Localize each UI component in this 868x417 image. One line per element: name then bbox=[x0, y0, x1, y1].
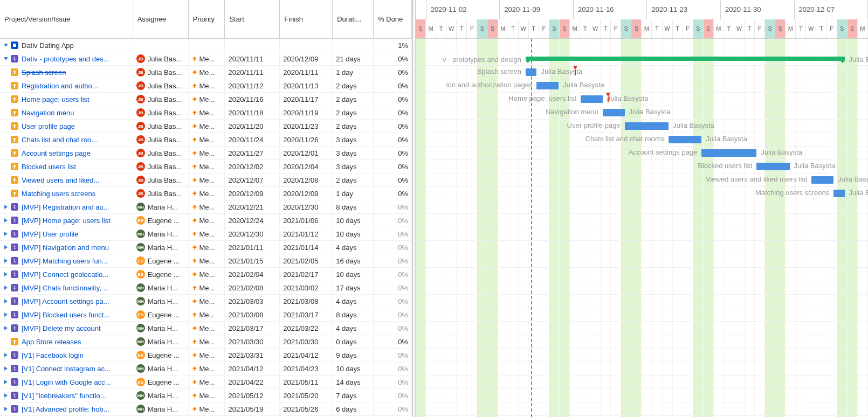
timeline-row[interactable]: Account settings pageJulia Basysta bbox=[416, 147, 868, 160]
timeline-row[interactable]: Splash screenJulia Basysta bbox=[416, 66, 868, 79]
grid-row[interactable]: [MVP] Registration and au... MHMaria H..… bbox=[0, 200, 412, 214]
issue-title[interactable]: Dativ Dating App bbox=[22, 41, 74, 50]
issue-title[interactable]: [MVP] Chats functionality, ... bbox=[22, 284, 109, 292]
timeline-row[interactable] bbox=[416, 349, 868, 362]
timeline-row[interactable] bbox=[416, 376, 868, 389]
issue-title[interactable]: [MVP] Delete my account bbox=[22, 324, 101, 332]
timeline-week-cell[interactable]: 2020-12-07 bbox=[795, 0, 868, 19]
tree-toggle-icon[interactable] bbox=[3, 258, 9, 263]
grid-row[interactable]: Registration and autho... JBJulia Bas...… bbox=[0, 79, 412, 93]
grid-row[interactable]: Matching users screens JBJulia Bas... Me… bbox=[0, 187, 412, 200]
issue-title[interactable]: [MVP] Blocked users funct... bbox=[22, 311, 109, 319]
timeline-row[interactable] bbox=[416, 308, 868, 322]
gantt-task-bar[interactable]: User profile pageJulia Basysta bbox=[625, 122, 669, 130]
grid-row[interactable]: [MVP] Chats functionality, ... MHMaria H… bbox=[0, 281, 412, 295]
grid-row[interactable]: [V1] "Icebreakers" functio... MHMaria H.… bbox=[0, 389, 412, 402]
grid-row[interactable]: [MVP] User profile MHMaria H... Me... 20… bbox=[0, 227, 412, 241]
issue-title[interactable]: Home page: users list bbox=[22, 95, 89, 103]
grid-row[interactable]: [MVP] Account settings pa... MHMaria H..… bbox=[0, 295, 412, 308]
timeline-row[interactable] bbox=[416, 295, 868, 308]
col-header-issue[interactable]: Project/Version/Issue bbox=[0, 0, 133, 38]
issue-title[interactable]: [MVP] Matching users fun... bbox=[22, 257, 108, 265]
timeline-week-cell[interactable]: 2020-11-30 bbox=[721, 0, 795, 19]
issue-title[interactable]: [MVP] Registration and au... bbox=[22, 203, 109, 211]
grid-row[interactable]: Splash screen JBJulia Bas... Me... 2020/… bbox=[0, 66, 412, 79]
gantt-task-bar[interactable]: ion and authorization pagesJulia Basysta bbox=[536, 82, 559, 89]
issue-title[interactable]: Navigation menu bbox=[22, 109, 74, 117]
issue-title[interactable]: [MVP] Account settings pa... bbox=[22, 297, 109, 305]
gantt-task-bar[interactable]: Blocked users listJulia Basysta bbox=[756, 163, 789, 170]
grid-row[interactable]: [MVP] Blocked users funct... ESEugene ..… bbox=[0, 308, 412, 322]
grid-row[interactable]: [MVP] Matching users fun... ESEugene ...… bbox=[0, 254, 412, 268]
issue-title[interactable]: Splash screen bbox=[22, 68, 66, 77]
tree-toggle-icon[interactable] bbox=[3, 312, 9, 317]
grid-row[interactable]: [MVP] Navigation and menu MHMaria H... M… bbox=[0, 241, 412, 254]
tree-toggle-icon[interactable] bbox=[3, 231, 9, 237]
issue-title[interactable]: Account settings page bbox=[22, 149, 91, 157]
timeline-row[interactable]: Viewed users and liked users listJulia B… bbox=[416, 173, 868, 187]
timeline-body[interactable]: v - prototypes and designJulia BasystaSp… bbox=[416, 39, 868, 417]
grid-row[interactable]: [V1] Advanced profile: hob... MHMaria H.… bbox=[0, 402, 412, 416]
issue-title[interactable]: [V1] Login with Google acc... bbox=[22, 378, 111, 386]
timeline-week-cell[interactable]: 2020-11-02 bbox=[426, 0, 500, 19]
grid-row[interactable]: Account settings page JBJulia Bas... Me.… bbox=[0, 147, 412, 160]
timeline-row[interactable]: Blocked users listJulia Basysta bbox=[416, 160, 868, 173]
issue-title[interactable]: User profile page bbox=[22, 122, 75, 130]
grid-row[interactable]: Chats list and chat roo... JBJulia Bas..… bbox=[0, 133, 412, 147]
tree-toggle-icon[interactable] bbox=[3, 218, 9, 223]
timeline-row[interactable] bbox=[416, 335, 868, 349]
grid-row[interactable]: Navigation menu JBJulia Bas... Me... 202… bbox=[0, 106, 412, 120]
grid-row[interactable]: [MVP] Home page: users list ESEugene ...… bbox=[0, 214, 412, 227]
issue-title[interactable]: Dativ - prototypes and des... bbox=[22, 55, 109, 63]
issue-title[interactable]: Blocked users list bbox=[22, 163, 76, 171]
timeline-row[interactable]: Matching users screensJulia Basys bbox=[416, 187, 868, 200]
issue-title[interactable]: [MVP] Navigation and menu bbox=[22, 244, 109, 252]
col-header-done[interactable]: % Done bbox=[374, 0, 412, 38]
grid-row[interactable]: Home page: users list JBJulia Bas... Me.… bbox=[0, 93, 412, 106]
gantt-task-bar[interactable]: Account settings pageJulia Basysta bbox=[701, 149, 756, 157]
issue-title[interactable]: Viewed users and liked... bbox=[22, 176, 99, 184]
gantt-task-bar[interactable]: Home page: users listJulia Basysta bbox=[581, 95, 603, 103]
timeline-row[interactable] bbox=[416, 322, 868, 335]
tree-toggle-icon[interactable] bbox=[3, 285, 9, 290]
tree-toggle-icon[interactable] bbox=[3, 366, 9, 371]
timeline-row[interactable]: [MVP] Registration bbox=[416, 200, 868, 214]
grid-row[interactable]: Dativ - prototypes and des... JBJulia Ba… bbox=[0, 52, 412, 66]
timeline-row[interactable] bbox=[416, 281, 868, 295]
issue-title[interactable]: [V1] Advanced profile: hob... bbox=[22, 405, 109, 413]
issue-title[interactable]: [V1] Connect Instagram ac... bbox=[22, 365, 111, 373]
tree-toggle-icon[interactable] bbox=[3, 43, 9, 48]
issue-title[interactable]: [V1] "Icebreakers" functio... bbox=[22, 392, 106, 400]
grid-row[interactable]: [V1] Login with Google acc... ESEugene .… bbox=[0, 376, 412, 389]
issue-title[interactable]: [V1] Facebook login bbox=[22, 351, 84, 359]
timeline-row[interactable]: ion and authorization pagesJulia Basysta bbox=[416, 79, 868, 93]
tree-toggle-icon[interactable] bbox=[3, 204, 9, 210]
issue-title[interactable]: App Store releases bbox=[22, 338, 81, 346]
tree-toggle-icon[interactable] bbox=[3, 245, 9, 250]
timeline-row[interactable] bbox=[416, 389, 868, 402]
grid-row[interactable]: Viewed users and liked... JBJulia Bas...… bbox=[0, 173, 412, 187]
tree-toggle-icon[interactable] bbox=[3, 393, 9, 398]
grid-body[interactable]: Dativ Dating App 1% Dativ - prototypes a… bbox=[0, 39, 412, 417]
tree-toggle-icon[interactable] bbox=[3, 56, 9, 61]
tree-toggle-icon[interactable] bbox=[3, 352, 9, 358]
col-header-start[interactable]: Start bbox=[225, 0, 280, 38]
timeline-row[interactable]: Chats list and chat roomsJulia Basysta bbox=[416, 133, 868, 147]
timeline-row[interactable]: User profile pageJulia Basysta bbox=[416, 120, 868, 133]
timeline-row[interactable]: Home page: users listJulia Basysta bbox=[416, 93, 868, 106]
tree-toggle-icon[interactable] bbox=[3, 379, 9, 385]
timeline-row[interactable] bbox=[416, 241, 868, 254]
gantt-task-bar[interactable]: Viewed users and liked users listJulia B… bbox=[811, 176, 833, 184]
issue-title[interactable]: Matching users screens bbox=[22, 190, 95, 198]
col-header-assignee[interactable]: Assignee bbox=[133, 0, 189, 38]
gantt-task-bar[interactable]: Navigation menuJulia Basysta bbox=[603, 109, 625, 116]
issue-title[interactable]: [MVP] User profile bbox=[22, 230, 78, 238]
timeline-row[interactable] bbox=[416, 362, 868, 376]
grid-row[interactable]: Dativ Dating App 1% bbox=[0, 39, 412, 52]
timeline-row[interactable] bbox=[416, 268, 868, 281]
timeline-row[interactable] bbox=[416, 214, 868, 227]
timeline-row[interactable]: v - prototypes and designJulia Basysta bbox=[416, 52, 868, 66]
issue-title[interactable]: Chats list and chat roo... bbox=[22, 136, 97, 144]
gantt-task-bar[interactable]: Chats list and chat roomsJulia Basysta bbox=[669, 136, 701, 143]
timeline-row[interactable] bbox=[416, 402, 868, 416]
